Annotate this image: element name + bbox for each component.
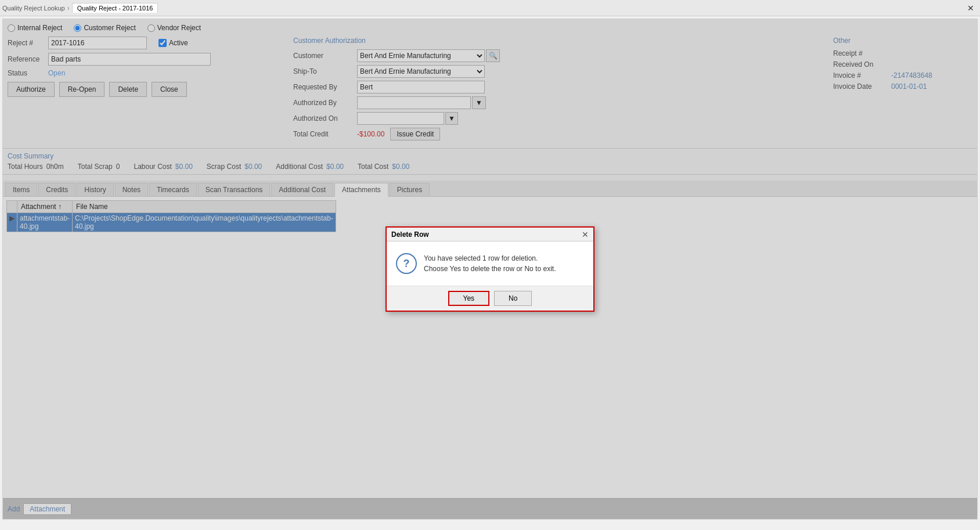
modal-message-line2: Choose Yes to delete the row or No to ex…: [424, 265, 556, 273]
active-tab-label[interactable]: Quality Reject - 2017-1016: [72, 3, 158, 13]
delete-row-dialog: Delete Row ✕ ? You have selected 1 row f…: [385, 226, 595, 312]
modal-body: ? You have selected 1 row for deletion. …: [387, 241, 593, 286]
tab-separator: ›: [67, 4, 70, 12]
modal-yes-button[interactable]: Yes: [448, 291, 490, 306]
modal-message: You have selected 1 row for deletion. Ch…: [424, 253, 556, 274]
modal-close-button[interactable]: ✕: [582, 230, 589, 239]
modal-no-button[interactable]: No: [494, 291, 532, 306]
modal-message-line1: You have selected 1 row for deletion.: [424, 254, 538, 262]
title-bar: Quality Reject Lookup › Quality Reject -…: [0, 0, 980, 16]
main-window: Internal Reject Customer Reject Vendor R…: [2, 19, 978, 520]
window-close-button[interactable]: ✕: [964, 3, 978, 13]
breadcrumb: Quality Reject Lookup: [2, 5, 65, 12]
modal-question-icon: ?: [396, 253, 417, 274]
modal-title: Delete Row: [391, 230, 429, 239]
modal-footer: Yes No: [387, 286, 593, 311]
modal-overlay: Delete Row ✕ ? You have selected 1 row f…: [3, 19, 977, 519]
modal-title-bar: Delete Row ✕: [387, 228, 593, 241]
